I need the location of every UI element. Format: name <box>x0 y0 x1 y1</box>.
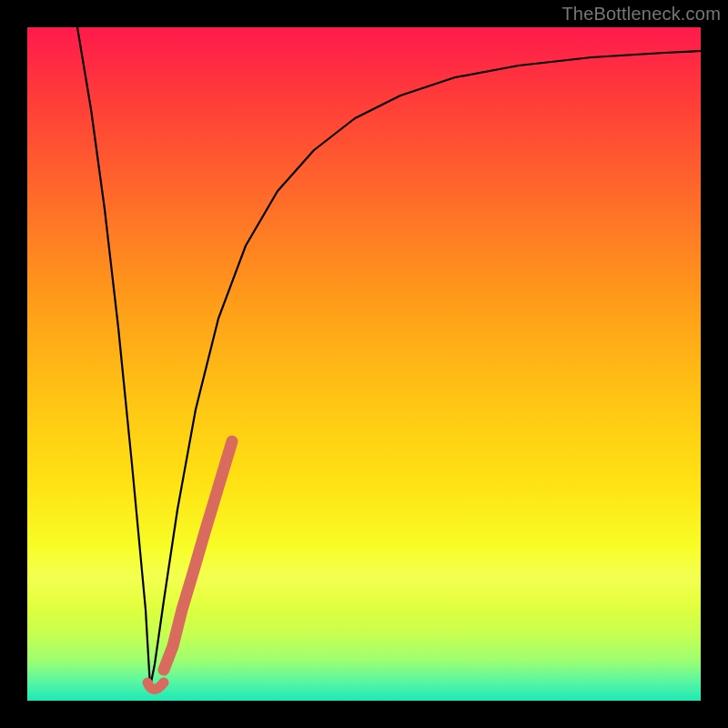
chart-frame: TheBottleneck.com <box>0 0 728 728</box>
bottleneck-curve <box>77 27 701 687</box>
plot-area <box>27 27 701 701</box>
marker-hook <box>147 682 164 690</box>
curve-layer <box>27 27 701 701</box>
credit-watermark: TheBottleneck.com <box>561 4 721 25</box>
marker-segment <box>164 441 232 670</box>
